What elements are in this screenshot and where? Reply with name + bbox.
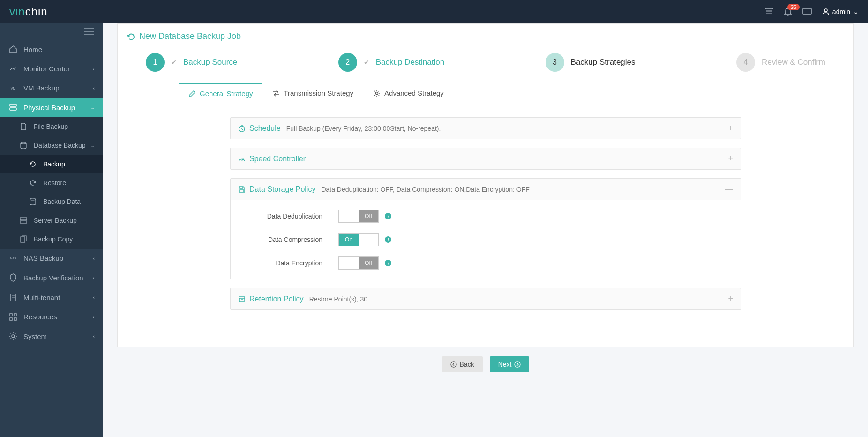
svg-point-27 bbox=[376, 92, 378, 94]
svg-rect-23 bbox=[14, 314, 16, 316]
sidebar-item-file-backup[interactable]: File Backup bbox=[0, 117, 103, 136]
chevron-icon: ‹ bbox=[93, 66, 95, 72]
hamburger-icon bbox=[84, 28, 94, 35]
encrypt-row: Data Encryption Off i bbox=[245, 256, 726, 270]
sidebar-item-monitor[interactable]: Monitor Center ‹ bbox=[0, 59, 103, 78]
save-icon bbox=[238, 186, 246, 193]
gauge-icon bbox=[238, 155, 246, 163]
dedup-row: Data Deduplication Off i bbox=[245, 210, 726, 223]
svg-point-6 bbox=[824, 9, 827, 12]
chevron-icon: ‹ bbox=[93, 314, 95, 320]
archive-icon bbox=[238, 295, 246, 303]
svg-rect-4 bbox=[803, 8, 811, 14]
sidebar-item-restore[interactable]: Restore bbox=[0, 173, 103, 192]
sidebar-item-system[interactable]: System ‹ bbox=[0, 326, 103, 346]
info-icon[interactable]: i bbox=[384, 259, 392, 267]
svg-rect-24 bbox=[10, 318, 12, 320]
chevron-icon: ‹ bbox=[93, 294, 95, 300]
sidebar-item-vm-backup[interactable]: VM VM Backup ‹ bbox=[0, 78, 103, 98]
tab-transmission-strategy[interactable]: Transmission Strategy bbox=[262, 83, 363, 103]
sidebar-item-backup[interactable]: Backup bbox=[0, 155, 103, 173]
sidebar-item-resources[interactable]: Resources ‹ bbox=[0, 307, 103, 326]
gear-icon bbox=[373, 90, 381, 97]
list-icon[interactable] bbox=[765, 8, 773, 15]
copy-icon bbox=[19, 235, 28, 243]
home-icon bbox=[8, 45, 18, 53]
schedule-section: Schedule Full Backup (Every Friday, 23:0… bbox=[230, 117, 741, 139]
sidebar-item-backup-copy[interactable]: Backup Copy bbox=[0, 230, 103, 249]
sidebar-item-physical-backup[interactable]: Physical Backup ⌄ bbox=[0, 98, 103, 117]
sidebar-item-database-backup[interactable]: Database Backup ⌄ bbox=[0, 136, 103, 155]
info-icon[interactable]: i bbox=[384, 212, 392, 220]
compress-toggle[interactable]: On bbox=[338, 233, 379, 246]
logo[interactable]: vinchin bbox=[9, 5, 48, 18]
section-title: Schedule bbox=[249, 124, 281, 133]
wizard-steps: 1 ✔ Backup Source 2 ✔ Backup Destination… bbox=[127, 53, 844, 83]
server-icon bbox=[19, 217, 28, 224]
schedule-header[interactable]: Schedule Full Backup (Every Friday, 23:0… bbox=[231, 118, 741, 139]
step-number: 2 bbox=[338, 53, 357, 72]
notification-badge: 25 bbox=[787, 4, 800, 10]
toggle-on-half bbox=[339, 210, 359, 222]
retention-header[interactable]: Retention Policy Restore Point(s), 30 + bbox=[231, 288, 741, 309]
sidebar-label: Database Backup bbox=[34, 142, 86, 149]
sidebar-item-backup-data[interactable]: Backup Data bbox=[0, 192, 103, 211]
sidebar-item-nas-backup[interactable]: NAS NAS Backup ‹ bbox=[0, 249, 103, 268]
sidebar-item-multi-tenant[interactable]: Multi-tenant ‹ bbox=[0, 287, 103, 307]
sidebar-label: Backup bbox=[43, 160, 65, 168]
edit-icon bbox=[188, 90, 196, 98]
username-label: admin bbox=[832, 8, 850, 15]
dedup-toggle[interactable]: Off bbox=[338, 210, 379, 223]
user-icon bbox=[822, 8, 830, 15]
arrow-left-icon bbox=[450, 361, 457, 368]
retention-summary: Restore Point(s), 30 bbox=[309, 295, 368, 303]
top-header: vinchin 25 admin ⌄ bbox=[0, 0, 868, 23]
wizard-step-3[interactable]: 3 Backup Strategies bbox=[546, 53, 636, 72]
svg-rect-25 bbox=[14, 318, 16, 320]
step-number: 4 bbox=[736, 53, 755, 72]
tab-advanced-strategy[interactable]: Advanced Strategy bbox=[363, 83, 454, 103]
chevron-down-icon: ⌄ bbox=[90, 105, 95, 111]
encrypt-toggle[interactable]: Off bbox=[338, 256, 379, 270]
chevron-icon: ‹ bbox=[93, 256, 95, 261]
sidebar-item-server-backup[interactable]: Server Backup bbox=[0, 211, 103, 230]
transfer-icon bbox=[272, 90, 280, 97]
compress-row: Data Compression On i bbox=[245, 233, 726, 246]
tab-general-strategy[interactable]: General Strategy bbox=[179, 83, 262, 103]
storage-summary: Data Deduplication: OFF, Data Compressio… bbox=[321, 186, 529, 193]
header-right: 25 admin ⌄ bbox=[765, 8, 859, 16]
refresh-icon bbox=[127, 32, 135, 41]
clock-icon bbox=[238, 125, 246, 132]
toggle-off-half: Off bbox=[359, 257, 378, 269]
plus-icon: + bbox=[728, 154, 733, 164]
db-backup-submenu: Backup Restore Backup Data bbox=[0, 155, 103, 211]
info-icon[interactable]: i bbox=[384, 236, 392, 243]
sidebar-item-home[interactable]: Home bbox=[0, 39, 103, 59]
sidebar-label: Backup Data bbox=[43, 198, 81, 205]
speed-header[interactable]: Speed Controller + bbox=[231, 148, 741, 169]
database-icon bbox=[19, 142, 28, 149]
database-icon bbox=[28, 198, 37, 205]
next-button[interactable]: Next bbox=[490, 356, 530, 372]
server-icon bbox=[8, 103, 18, 112]
sidebar-item-backup-verification[interactable]: Backup Verification ‹ bbox=[0, 268, 103, 287]
monitor-icon[interactable] bbox=[802, 8, 812, 15]
wizard-step-4[interactable]: 4 Review & Confirm bbox=[736, 53, 825, 72]
sidebar-toggle[interactable] bbox=[0, 23, 103, 39]
speed-title: Speed Controller bbox=[238, 155, 306, 163]
refresh-icon bbox=[28, 161, 37, 167]
sidebar-label: Multi-tenant bbox=[23, 294, 60, 301]
svg-rect-11 bbox=[10, 108, 16, 110]
wizard-step-1[interactable]: 1 ✔ Backup Source bbox=[146, 53, 237, 72]
user-menu[interactable]: admin ⌄ bbox=[822, 8, 859, 15]
section-title: Data Storage Policy bbox=[249, 185, 315, 194]
wizard-step-2[interactable]: 2 ✔ Backup Destination bbox=[338, 53, 444, 72]
bell-icon[interactable]: 25 bbox=[784, 8, 792, 16]
panel: New Database Backup Job 1 ✔ Backup Sourc… bbox=[117, 23, 854, 347]
back-button[interactable]: Back bbox=[442, 356, 483, 372]
storage-header[interactable]: Data Storage Policy Data Deduplication: … bbox=[231, 179, 741, 200]
storage-title: Data Storage Policy bbox=[238, 185, 315, 194]
shield-icon bbox=[8, 273, 18, 282]
building-icon bbox=[8, 293, 18, 301]
svg-text:i: i bbox=[387, 213, 389, 219]
